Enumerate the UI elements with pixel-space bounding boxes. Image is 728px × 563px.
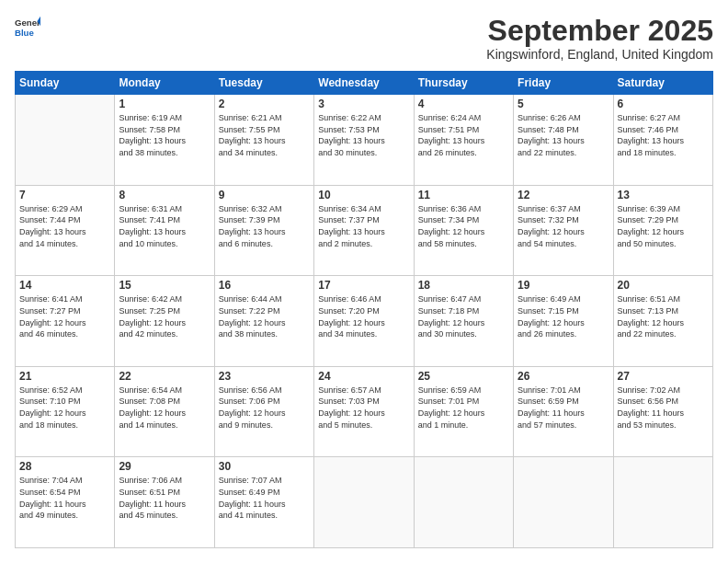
calendar-header-row: Sunday Monday Tuesday Wednesday Thursday… <box>16 72 713 95</box>
day-number: 26 <box>518 370 609 383</box>
cell-content: Sunrise: 6:47 AM Sunset: 7:18 PM Dayligh… <box>418 293 509 339</box>
day-number: 22 <box>119 370 210 383</box>
calendar-cell: 30Sunrise: 7:07 AM Sunset: 6:49 PM Dayli… <box>214 457 313 548</box>
col-monday: Monday <box>115 72 214 95</box>
calendar-cell: 29Sunrise: 7:06 AM Sunset: 6:51 PM Dayli… <box>115 457 214 548</box>
cell-content: Sunrise: 6:31 AM Sunset: 7:41 PM Dayligh… <box>119 203 210 249</box>
week-row-2: 7Sunrise: 6:29 AM Sunset: 7:44 PM Daylig… <box>16 185 713 276</box>
calendar-cell: 8Sunrise: 6:31 AM Sunset: 7:41 PM Daylig… <box>115 185 214 276</box>
calendar-cell: 3Sunrise: 6:22 AM Sunset: 7:53 PM Daylig… <box>314 95 414 186</box>
cell-content: Sunrise: 6:26 AM Sunset: 7:48 PM Dayligh… <box>518 112 609 158</box>
cell-content: Sunrise: 7:01 AM Sunset: 6:59 PM Dayligh… <box>518 385 609 431</box>
header: General Blue September 2025 Kingswinford… <box>15 15 713 62</box>
calendar-cell: 28Sunrise: 7:04 AM Sunset: 6:54 PM Dayli… <box>16 457 115 548</box>
calendar-cell: 11Sunrise: 6:36 AM Sunset: 7:34 PM Dayli… <box>414 185 513 276</box>
svg-text:Blue: Blue <box>15 28 34 38</box>
calendar-cell <box>16 95 115 186</box>
week-row-1: 1Sunrise: 6:19 AM Sunset: 7:58 PM Daylig… <box>16 95 713 186</box>
calendar-cell: 12Sunrise: 6:37 AM Sunset: 7:32 PM Dayli… <box>514 185 613 276</box>
day-number: 3 <box>318 98 409 110</box>
cell-content: Sunrise: 7:07 AM Sunset: 6:49 PM Dayligh… <box>219 475 310 521</box>
cell-content: Sunrise: 7:04 AM Sunset: 6:54 PM Dayligh… <box>19 475 110 521</box>
calendar-cell: 18Sunrise: 6:47 AM Sunset: 7:18 PM Dayli… <box>414 276 513 367</box>
day-number: 18 <box>418 279 509 292</box>
cell-content: Sunrise: 6:56 AM Sunset: 7:06 PM Dayligh… <box>219 385 310 431</box>
calendar-cell <box>314 457 414 548</box>
day-number: 6 <box>618 98 709 110</box>
week-row-3: 14Sunrise: 6:41 AM Sunset: 7:27 PM Dayli… <box>16 276 713 367</box>
day-number: 11 <box>418 189 509 201</box>
cell-content: Sunrise: 6:24 AM Sunset: 7:51 PM Dayligh… <box>418 112 509 158</box>
day-number: 30 <box>219 460 310 473</box>
calendar-cell: 27Sunrise: 7:02 AM Sunset: 6:56 PM Dayli… <box>613 366 712 457</box>
cell-content: Sunrise: 6:37 AM Sunset: 7:32 PM Dayligh… <box>518 203 609 249</box>
calendar-cell: 7Sunrise: 6:29 AM Sunset: 7:44 PM Daylig… <box>16 185 115 276</box>
day-number: 8 <box>119 189 210 201</box>
day-number: 15 <box>119 279 210 292</box>
cell-content: Sunrise: 6:32 AM Sunset: 7:39 PM Dayligh… <box>219 203 310 249</box>
calendar-cell: 9Sunrise: 6:32 AM Sunset: 7:39 PM Daylig… <box>214 185 313 276</box>
col-sunday: Sunday <box>16 72 115 95</box>
day-number: 24 <box>318 370 409 383</box>
cell-content: Sunrise: 6:42 AM Sunset: 7:25 PM Dayligh… <box>119 293 210 339</box>
col-saturday: Saturday <box>613 72 712 95</box>
day-number: 19 <box>518 279 609 292</box>
cell-content: Sunrise: 6:27 AM Sunset: 7:46 PM Dayligh… <box>618 112 709 158</box>
day-number: 10 <box>318 189 409 201</box>
calendar-cell: 6Sunrise: 6:27 AM Sunset: 7:46 PM Daylig… <box>613 95 712 186</box>
cell-content: Sunrise: 6:49 AM Sunset: 7:15 PM Dayligh… <box>518 293 609 339</box>
calendar-cell: 19Sunrise: 6:49 AM Sunset: 7:15 PM Dayli… <box>514 276 613 367</box>
calendar-cell: 4Sunrise: 6:24 AM Sunset: 7:51 PM Daylig… <box>414 95 513 186</box>
cell-content: Sunrise: 7:02 AM Sunset: 6:56 PM Dayligh… <box>618 385 709 431</box>
calendar-cell: 14Sunrise: 6:41 AM Sunset: 7:27 PM Dayli… <box>16 276 115 367</box>
cell-content: Sunrise: 6:36 AM Sunset: 7:34 PM Dayligh… <box>418 203 509 249</box>
calendar-cell: 26Sunrise: 7:01 AM Sunset: 6:59 PM Dayli… <box>514 366 613 457</box>
calendar-cell: 2Sunrise: 6:21 AM Sunset: 7:55 PM Daylig… <box>214 95 313 186</box>
calendar-cell: 5Sunrise: 6:26 AM Sunset: 7:48 PM Daylig… <box>514 95 613 186</box>
day-number: 7 <box>19 189 110 201</box>
cell-content: Sunrise: 6:57 AM Sunset: 7:03 PM Dayligh… <box>318 385 409 431</box>
calendar-cell: 15Sunrise: 6:42 AM Sunset: 7:25 PM Dayli… <box>115 276 214 367</box>
month-title: September 2025 <box>486 15 713 47</box>
cell-content: Sunrise: 6:51 AM Sunset: 7:13 PM Dayligh… <box>618 293 709 339</box>
day-number: 25 <box>418 370 509 383</box>
col-wednesday: Wednesday <box>314 72 414 95</box>
cell-content: Sunrise: 6:46 AM Sunset: 7:20 PM Dayligh… <box>318 293 409 339</box>
calendar-cell <box>414 457 513 548</box>
cell-content: Sunrise: 6:22 AM Sunset: 7:53 PM Dayligh… <box>318 112 409 158</box>
day-number: 12 <box>518 189 609 201</box>
calendar-cell: 20Sunrise: 6:51 AM Sunset: 7:13 PM Dayli… <box>613 276 712 367</box>
day-number: 27 <box>618 370 709 383</box>
week-row-4: 21Sunrise: 6:52 AM Sunset: 7:10 PM Dayli… <box>16 366 713 457</box>
day-number: 29 <box>119 460 210 473</box>
col-friday: Friday <box>514 72 613 95</box>
day-number: 28 <box>19 460 110 473</box>
day-number: 1 <box>119 98 210 110</box>
day-number: 14 <box>19 279 110 292</box>
calendar-cell: 13Sunrise: 6:39 AM Sunset: 7:29 PM Dayli… <box>613 185 712 276</box>
cell-content: Sunrise: 6:52 AM Sunset: 7:10 PM Dayligh… <box>19 385 110 431</box>
logo-icon: General Blue <box>15 15 40 40</box>
calendar-cell <box>613 457 712 548</box>
day-number: 20 <box>618 279 709 292</box>
calendar-cell: 10Sunrise: 6:34 AM Sunset: 7:37 PM Dayli… <box>314 185 414 276</box>
logo: General Blue <box>15 15 40 40</box>
day-number: 13 <box>618 189 709 201</box>
day-number: 9 <box>219 189 310 201</box>
day-number: 16 <box>219 279 310 292</box>
calendar-cell: 1Sunrise: 6:19 AM Sunset: 7:58 PM Daylig… <box>115 95 214 186</box>
cell-content: Sunrise: 6:34 AM Sunset: 7:37 PM Dayligh… <box>318 203 409 249</box>
cell-content: Sunrise: 6:41 AM Sunset: 7:27 PM Dayligh… <box>19 293 110 339</box>
calendar-cell <box>514 457 613 548</box>
calendar-cell: 16Sunrise: 6:44 AM Sunset: 7:22 PM Dayli… <box>214 276 313 367</box>
day-number: 17 <box>318 279 409 292</box>
calendar-table: Sunday Monday Tuesday Wednesday Thursday… <box>15 71 713 548</box>
day-number: 5 <box>518 98 609 110</box>
cell-content: Sunrise: 6:54 AM Sunset: 7:08 PM Dayligh… <box>119 385 210 431</box>
cell-content: Sunrise: 6:29 AM Sunset: 7:44 PM Dayligh… <box>19 203 110 249</box>
calendar-cell: 24Sunrise: 6:57 AM Sunset: 7:03 PM Dayli… <box>314 366 414 457</box>
cell-content: Sunrise: 6:44 AM Sunset: 7:22 PM Dayligh… <box>219 293 310 339</box>
week-row-5: 28Sunrise: 7:04 AM Sunset: 6:54 PM Dayli… <box>16 457 713 548</box>
cell-content: Sunrise: 7:06 AM Sunset: 6:51 PM Dayligh… <box>119 475 210 521</box>
col-thursday: Thursday <box>414 72 513 95</box>
